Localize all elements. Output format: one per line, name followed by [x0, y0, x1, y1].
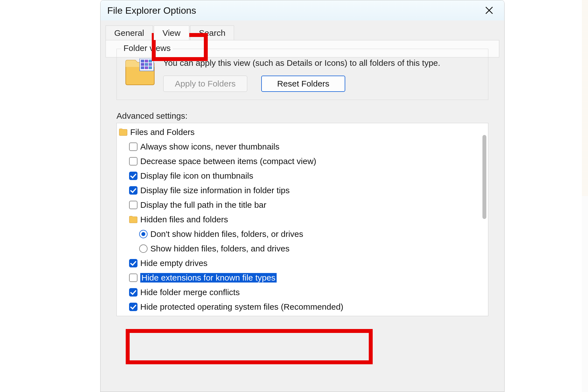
- tree-row[interactable]: Display the full path in the title bar: [119, 198, 488, 212]
- svg-rect-3: [141, 60, 144, 62]
- folder-views-icon: [125, 57, 155, 87]
- background-edge: [582, 0, 588, 392]
- tree-row[interactable]: Hide extensions for known file types: [119, 270, 488, 285]
- tree-row-label: Display the full path in the title bar: [140, 200, 266, 210]
- tree-row: Hidden files and folders: [119, 212, 488, 227]
- tree-row-label: Hide protected operating system files (R…: [140, 302, 343, 312]
- checkbox[interactable]: [129, 143, 137, 151]
- tab-strip: General View Search Folder views: [101, 20, 504, 40]
- scrollbar[interactable]: [482, 135, 486, 219]
- radio[interactable]: [139, 244, 148, 253]
- tree-row[interactable]: Hide empty drives: [119, 256, 488, 270]
- tree-row-label: Hide folder merge conflicts: [140, 288, 240, 297]
- tree-row-label: Hidden files and folders: [140, 215, 228, 224]
- tab-general[interactable]: General: [106, 25, 153, 40]
- tree-row[interactable]: Decrease space between items (compact vi…: [119, 154, 488, 169]
- tree-row[interactable]: Don't show hidden files, folders, or dri…: [119, 227, 488, 241]
- svg-rect-8: [149, 63, 152, 66]
- checkbox[interactable]: [129, 288, 137, 297]
- folder-views-description: You can apply this view (such as Details…: [163, 57, 480, 69]
- dialog-title: File Explorer Options: [107, 5, 481, 16]
- tab-panel-view: Folder views: [106, 40, 499, 57]
- tree-row[interactable]: Hide folder merge conflicts: [119, 285, 488, 300]
- tree-row: Files and Folders: [119, 125, 488, 139]
- tab-search[interactable]: Search: [190, 25, 234, 40]
- tree-row[interactable]: Hide protected operating system files (R…: [119, 300, 488, 314]
- svg-rect-10: [145, 66, 148, 69]
- tree-row-label: Decrease space between items (compact vi…: [140, 157, 316, 166]
- checkbox[interactable]: [129, 157, 137, 165]
- tree-row-label: Files and Folders: [130, 127, 195, 137]
- advanced-settings-label: Advanced settings:: [116, 111, 488, 121]
- folder-views-group: Folder views: [116, 49, 488, 100]
- tab-view[interactable]: View: [154, 25, 189, 40]
- checkbox[interactable]: [129, 186, 137, 195]
- svg-rect-6: [141, 63, 144, 66]
- svg-rect-7: [145, 63, 148, 66]
- tree-row[interactable]: Display file size information in folder …: [119, 183, 488, 198]
- svg-rect-4: [145, 60, 148, 62]
- reset-folders-button[interactable]: Reset Folders: [261, 76, 345, 92]
- checkbox[interactable]: [129, 259, 137, 267]
- svg-rect-5: [149, 60, 152, 62]
- close-icon: [485, 6, 493, 15]
- folder-views-group-label: Folder views: [121, 43, 173, 53]
- tree-row-label: Don't show hidden files, folders, or dri…: [150, 229, 303, 239]
- tree-row-label: Hide empty drives: [140, 258, 207, 268]
- tree-row[interactable]: Always show icons, never thumbnails: [119, 139, 488, 154]
- tree-row-label: Show hidden files, folders, and drives: [150, 244, 290, 253]
- close-button[interactable]: [481, 2, 498, 19]
- radio[interactable]: [139, 230, 148, 238]
- checkbox[interactable]: [129, 274, 137, 282]
- tree-row-label: Always show icons, never thumbnails: [140, 142, 279, 151]
- svg-rect-11: [149, 66, 152, 69]
- svg-rect-9: [141, 66, 144, 69]
- tree-row[interactable]: Display file icon on thumbnails: [119, 169, 488, 183]
- titlebar: File Explorer Options: [101, 0, 504, 20]
- checkbox[interactable]: [129, 201, 137, 209]
- tree-row-label: Hide extensions for known file types: [140, 273, 277, 283]
- tree-row[interactable]: Show hidden files, folders, and drives: [119, 241, 488, 256]
- checkbox[interactable]: [129, 172, 137, 180]
- checkbox[interactable]: [129, 303, 137, 311]
- file-explorer-options-dialog: File Explorer Options General View Searc…: [100, 0, 505, 392]
- tree-row-label: Display file size information in folder …: [140, 186, 290, 195]
- advanced-settings-tree[interactable]: Files and FoldersAlways show icons, neve…: [116, 123, 488, 316]
- apply-to-folders-button[interactable]: Apply to Folders: [163, 76, 247, 92]
- tree-row-label: Display file icon on thumbnails: [140, 171, 253, 181]
